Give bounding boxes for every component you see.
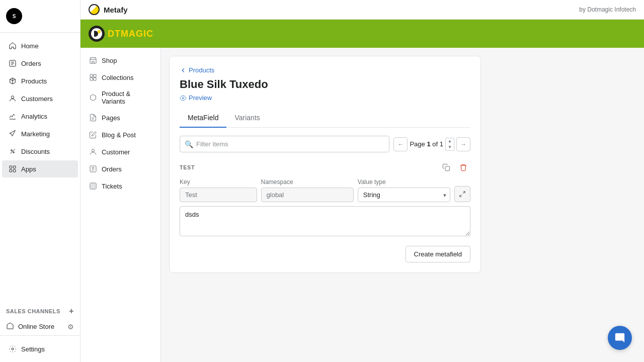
expand-button[interactable] [454,186,470,202]
product-variants-icon [89,93,98,102]
sec-sidebar-product-variants-label: Product & Variants [102,90,152,105]
sidebar-item-orders[interactable]: Orders [2,55,78,72]
sidebar-item-marketing[interactable]: Marketing [2,125,78,142]
sec-sidebar-orders-label: Orders [102,165,122,173]
pagination: ← Page 1 of 1 ▲ ▼ → [393,137,470,151]
shop-logo: S [6,8,22,24]
home-icon [8,41,17,50]
copy-metafield-button[interactable] [439,160,453,174]
dtmagic-text: DTMAGIC [108,29,153,39]
sidebar-item-home-label: Home [21,42,39,50]
sec-sidebar-orders[interactable]: Orders [80,160,160,177]
sec-sidebar-blog-post[interactable]: Blog & Post [80,126,160,143]
svg-rect-5 [13,166,16,168]
online-store-icon [6,322,14,331]
chevron-left-icon [180,67,187,74]
create-metafield-button[interactable]: Create metafield [406,246,470,262]
namespace-input[interactable] [261,188,354,202]
metafy-logo-icon [89,4,100,15]
key-input[interactable] [180,188,257,202]
tab-variants[interactable]: Variants [226,110,268,128]
collections-icon [89,73,98,82]
sidebar-item-apps-label: Apps [21,165,36,173]
metafield-section-header: TEST [180,160,470,174]
sales-channels-section: SALES CHANNELS + Online Store ⚙ [0,301,80,335]
sidebar-item-customers[interactable]: Customers [2,90,78,107]
sec-sidebar-product-variants[interactable]: Product & Variants [80,86,160,109]
preview-label: Preview [189,94,212,102]
sec-sidebar-blog-post-label: Blog & Post [102,131,136,139]
next-page-button[interactable]: → [456,137,470,151]
sales-channels-heading: SALES CHANNELS + [0,301,80,318]
svg-rect-14 [90,78,93,80]
online-store-settings-icon[interactable]: ⚙ [67,323,74,331]
svg-point-19 [182,97,184,99]
tab-metafield[interactable]: MetaField [180,110,226,128]
sec-sidebar-collections-label: Collections [102,74,134,81]
blog-post-icon [89,130,98,139]
sidebar-item-analytics[interactable]: Analytics [2,108,78,125]
sec-sidebar-shop-label: Shop [102,57,117,64]
credit-text: by Dotmagic Infotech [579,6,636,13]
left-sidebar: S Home Orders Products Customers [0,0,80,362]
panel-footer: Create metafield [180,246,470,262]
sec-sidebar-tickets[interactable]: Tickets [80,177,160,195]
sidebar-item-settings[interactable]: Settings [2,340,78,357]
metafield-actions [439,160,470,174]
chat-fab-button[interactable] [608,326,632,350]
sec-sidebar-customer[interactable]: Customer [80,143,160,160]
page-text: Page 1 of 1 [410,140,443,148]
svg-point-16 [92,149,94,152]
content-area: DTMAGIC Shop Collections [80,20,644,362]
namespace-label: Namespace [261,178,354,186]
sec-customer-icon [89,147,98,156]
content-wrapper: Shop Collections Product & Variants [80,48,644,362]
sec-sidebar-customer-label: Customer [102,148,130,156]
breadcrumb[interactable]: Products [180,66,470,74]
apps-icon [8,164,17,173]
value-type-select[interactable]: String Integer JSON string Boolean [358,188,450,202]
prev-page-button[interactable]: ← [393,137,408,151]
filter-row: 🔍 ← Page 1 of 1 ▲ ▼ → [180,136,470,152]
eye-icon [180,95,187,102]
sec-sidebar-collections[interactable]: Collections [80,69,160,86]
metafield-fields-row: Key Namespace Value type [180,178,470,202]
sidebar-item-home[interactable]: Home [2,37,78,54]
sidebar-item-discounts[interactable]: Discounts [2,143,78,160]
page-up-button[interactable]: ▲ [446,138,454,144]
namespace-field-group: Namespace [261,178,354,202]
settings-icon [8,344,17,353]
sidebar-item-analytics-label: Analytics [21,113,47,120]
discounts-icon [8,147,17,156]
value-textarea[interactable]: dsds [180,206,470,236]
key-field-group: Key [180,178,257,202]
sidebar-item-online-store[interactable]: Online Store ⚙ [0,318,80,335]
filter-input[interactable] [180,136,389,152]
product-panel: Products Blue Silk Tuxedo Preview MetaFi… [169,56,481,273]
add-sales-channel-icon[interactable]: + [69,307,74,316]
preview-link[interactable]: Preview [180,94,470,102]
svg-rect-4 [10,166,12,168]
metafield-section: TEST [180,160,470,238]
secondary-sidebar: Shop Collections Product & Variants [80,48,161,362]
page-down-button[interactable]: ▼ [446,144,454,150]
svg-rect-7 [13,169,16,172]
svg-rect-15 [94,78,96,80]
dtmagic-logo: DTMAGIC [89,26,153,42]
svg-rect-6 [10,169,12,172]
shop-icon [89,56,98,65]
magic-text: MAGIC [121,29,153,39]
sec-sidebar-pages[interactable]: Pages [80,109,160,126]
svg-point-1 [11,96,14,99]
sidebar-item-apps[interactable]: Apps [2,160,78,177]
svg-rect-13 [94,74,96,77]
metafield-section-title-text: TEST [180,164,195,170]
dt-text: DT [108,29,121,39]
top-bar: Metafy by Dotmagic Infotech [80,0,644,20]
delete-metafield-button[interactable] [456,160,470,174]
sidebar-nav: Home Orders Products Customers Analytics [0,33,80,301]
svg-point-11 [98,30,101,33]
sec-sidebar-shop[interactable]: Shop [80,52,160,69]
sidebar-item-products[interactable]: Products [2,72,78,89]
analytics-icon [8,112,17,121]
